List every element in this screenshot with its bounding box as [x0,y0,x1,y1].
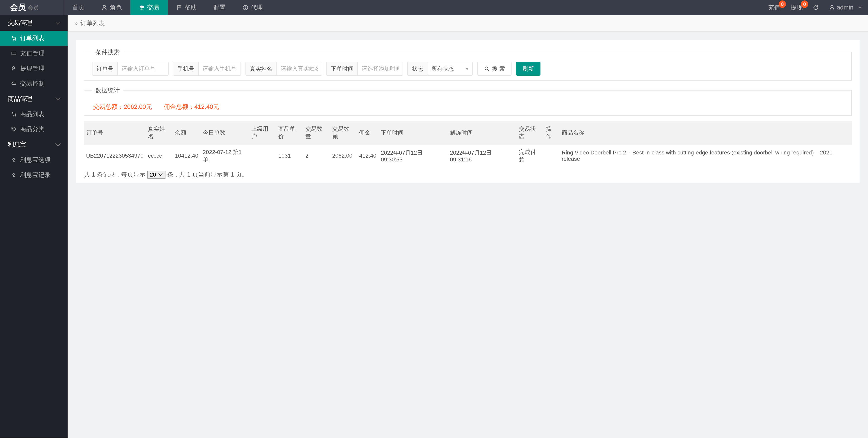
stats-fieldset: 数据统计 交易总额：2062.00元 佣金总额：412.40元 [84,86,852,116]
cloud-icon [11,80,17,86]
wrench-icon [11,65,17,71]
info-icon [242,4,248,11]
nav-config[interactable]: 配置 [205,0,234,15]
sidebar-interest-rec[interactable]: 利息宝记录 [0,168,68,183]
cart-icon [11,111,17,117]
th: 商品单价 [276,121,303,144]
top-nav: 首页 角色 交易 帮助 配置 代理 [64,0,271,15]
td: 完成付款 [517,144,544,167]
field-realname: 真实姓名 [246,62,322,76]
breadcrumb: 订单列表 [68,15,868,32]
breadcrumb-icon [74,20,78,27]
th: 佣金 [357,121,378,144]
td: 412.40 [357,144,378,167]
sidebar-group-trade[interactable]: 交易管理 [0,15,68,31]
th: 操作 [544,121,559,144]
stats-values: 交易总额：2062.00元 佣金总额：412.40元 [92,100,843,111]
page-size-select[interactable]: 20 [147,171,165,178]
topbar: 会员 会员 首页 角色 交易 帮助 配置 代理 充值0 提现0 admin [0,0,868,15]
sidebar-withdraw[interactable]: 提现管理 [0,61,68,76]
th: 余额 [173,121,200,144]
chevron-down-icon [56,95,60,102]
chevron-down-icon [56,19,60,26]
th: 商品名称 [559,121,852,144]
orders-table: 订单号 真实姓名 余额 今日单数 上级用户 商品单价 交易数量 交易数额 佣金 … [84,121,852,167]
sidebar-trade-ctrl[interactable]: 交易控制 [0,76,68,91]
svg-point-8 [13,128,13,129]
th: 交易数量 [303,121,330,144]
tag-icon [11,127,17,132]
field-status: 状态所有状态 [407,62,472,76]
svg-point-9 [485,67,488,70]
sidebar-goods-list[interactable]: 商品列表 [0,107,68,122]
table-row: UB2207122230534970 ccccc 10412.40 2022-0… [84,144,852,167]
nav-help[interactable]: 帮助 [168,0,205,15]
svg-point-6 [13,115,13,116]
svg-point-0 [103,5,105,7]
svg-point-7 [15,115,16,116]
td: ccccc [146,144,173,167]
recharge-badge: 0 [779,0,786,8]
td [544,144,559,167]
sidebar-goods-cat[interactable]: 商品分类 [0,122,68,137]
order-time-input[interactable] [358,62,403,75]
realname-input[interactable] [277,62,322,75]
topright-refresh[interactable] [808,0,824,15]
field-order-no: 订单号 [92,62,168,76]
sidebar-interest-opt[interactable]: 利息宝选项 [0,153,68,168]
sidebar-group-interest[interactable]: 利息宝 [0,137,68,153]
td [249,144,276,167]
td: 2022年07月12日 09:31:16 [448,144,517,167]
th: 交易数额 [330,121,357,144]
order-no-input[interactable] [118,62,168,75]
sidebar-order-list[interactable]: 订单列表 [0,31,68,46]
pager: 共 1 条记录，每页显示 20 条，共 1 页当前显示第 1 页。 [76,170,860,178]
logo-sub: 会员 [28,4,39,11]
search-legend: 条件搜索 [92,48,123,56]
logo-main: 会员 [10,2,26,13]
scale-icon [139,4,145,11]
stat-commission-total: 佣金总额：412.40元 [164,103,219,110]
td: 2022-07-12 第1单 [200,144,249,167]
phone-input[interactable] [199,62,241,75]
sidebar-group-goods[interactable]: 商品管理 [0,91,68,107]
svg-point-2 [831,5,833,7]
svg-rect-5 [12,52,16,55]
nav-agent[interactable]: 代理 [234,0,271,15]
cart-icon [11,35,17,41]
status-select[interactable]: 所有状态 [428,62,472,75]
topright-user[interactable]: admin [824,0,868,15]
main-area: 条件搜索 订单号 手机号 真实姓名 下单时间 状态所有状态 搜 索 刷新 数据统… [68,32,868,438]
link-icon [11,172,17,178]
nav-role[interactable]: 角色 [93,0,130,15]
user-icon [829,4,835,11]
field-phone: 手机号 [173,62,241,76]
td: 2062.00 [330,144,357,167]
topright-recharge[interactable]: 充值0 [763,0,785,15]
content: 订单列表 条件搜索 订单号 手机号 真实姓名 下单时间 状态所有状态 搜 索 刷… [68,15,868,438]
th: 下单时间 [379,121,448,144]
sidebar: 交易管理 订单列表 充值管理 提现管理 交易控制 商品管理 商品列表 商品分类 … [0,15,68,438]
td: 2022年07月12日 09:30:53 [379,144,448,167]
stats-legend: 数据统计 [92,86,123,94]
link-icon [11,157,17,163]
th: 解冻时间 [448,121,517,144]
td: 1031 [276,144,303,167]
sidebar-toggle[interactable] [47,0,64,15]
user-icon [101,4,107,11]
th: 上级用户 [249,121,276,144]
field-order-time: 下单时间 [327,62,403,76]
refresh-button[interactable]: 刷新 [516,62,540,76]
breadcrumb-text: 订单列表 [81,19,105,27]
nav-home[interactable]: 首页 [64,0,93,15]
withdraw-badge: 0 [801,0,808,8]
search-button[interactable]: 搜 索 [477,62,512,76]
th: 今日单数 [200,121,249,144]
topbar-right: 充值0 提现0 admin [763,0,868,15]
topright-withdraw[interactable]: 提现0 [785,0,808,15]
logo: 会员 会员 [0,0,47,15]
sidebar-recharge[interactable]: 充值管理 [0,46,68,61]
nav-trade[interactable]: 交易 [130,0,168,15]
stat-trade-total: 交易总额：2062.00元 [93,103,152,110]
th: 订单号 [84,121,146,144]
